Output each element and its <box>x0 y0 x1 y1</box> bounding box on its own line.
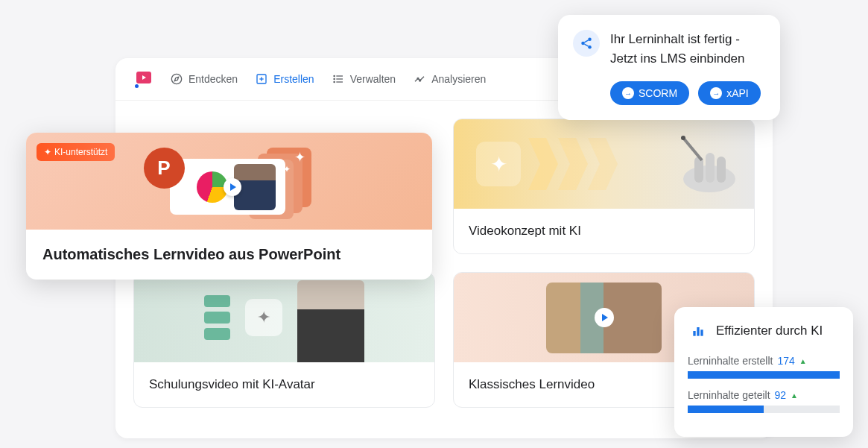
avatar-illustration <box>297 280 364 362</box>
xapi-button[interactable]: → xAPI <box>698 81 761 105</box>
featured-title: Automatisches Lernvideo aus PowerPoint <box>26 230 432 280</box>
nav-erstellen[interactable]: Erstellen <box>256 73 314 85</box>
trend-icon <box>414 73 425 85</box>
svg-point-0 <box>171 74 181 83</box>
card-title: Videokonzept mit KI <box>454 209 754 253</box>
stat-value: 92 <box>775 389 787 401</box>
sparkle-icon: ✦ <box>44 147 51 157</box>
arrow-right-icon: → <box>622 87 634 99</box>
svg-rect-14 <box>694 157 703 183</box>
svg-point-12 <box>419 80 421 81</box>
stat-label: Lerninhalte geteilt <box>688 389 770 401</box>
stat-label: Lerninhalte erstellt <box>688 355 773 367</box>
svg-line-23 <box>584 44 588 46</box>
card-image: ✦ <box>134 273 434 362</box>
stat-bar <box>688 406 840 413</box>
app-logo[interactable] <box>133 70 153 88</box>
robot-hand-illustration <box>642 127 747 201</box>
svg-rect-26 <box>700 329 703 335</box>
svg-point-18 <box>681 136 685 140</box>
ai-badge: ✦ KI-unterstützt <box>37 143 115 161</box>
nav-entdecken[interactable]: Entdecken <box>171 73 238 85</box>
powerpoint-icon: P <box>144 148 185 189</box>
share-icon <box>573 30 600 57</box>
svg-point-9 <box>334 78 335 79</box>
svg-marker-1 <box>174 77 178 81</box>
play-icon <box>224 178 241 196</box>
svg-point-11 <box>417 78 419 79</box>
sparkle-icon: ✦ <box>245 299 282 336</box>
svg-line-22 <box>584 40 588 42</box>
featured-card-powerpoint[interactable]: ✦ KI-unterstützt ✦ ✦ P Automatisches Ler… <box>26 133 432 280</box>
nav-label: Erstellen <box>273 73 314 85</box>
button-label: SCORM <box>639 87 677 99</box>
svg-rect-24 <box>693 331 695 336</box>
card-schulungsvideo[interactable]: ✦ Schulungsvideo mit KI-Avatar <box>133 272 435 408</box>
compass-icon <box>171 73 183 85</box>
scorm-button[interactable]: → SCORM <box>610 81 689 105</box>
list-icon <box>332 73 344 85</box>
nav-verwalten[interactable]: Verwalten <box>332 73 396 85</box>
card-image: ✦ <box>454 119 754 209</box>
video-thumbnail <box>546 283 662 353</box>
svg-line-17 <box>683 138 702 160</box>
stats-popup: Effizienter durch KI Lerninhalte erstell… <box>674 307 853 437</box>
sparkle-icon: ✦ <box>476 142 521 186</box>
stat-bar <box>688 371 840 379</box>
stat-row-erstellt: Lerninhalte erstellt 174 ▲ <box>688 355 840 379</box>
featured-image: ✦ KI-unterstützt ✦ ✦ P <box>26 133 432 230</box>
svg-rect-25 <box>697 327 699 336</box>
button-label: xAPI <box>726 87 749 99</box>
svg-rect-15 <box>706 153 715 183</box>
trend-up-icon: ▲ <box>791 391 798 400</box>
card-videokonzept[interactable]: ✦ <box>453 119 755 254</box>
nav-analysieren[interactable]: Analysieren <box>414 73 486 85</box>
bar-chart-icon <box>688 321 709 341</box>
svg-point-20 <box>581 42 585 45</box>
sparkle-icon: ✦ <box>294 149 305 165</box>
nav-label: Analysieren <box>431 73 486 85</box>
lms-export-popup: Ihr Lerninhalt ist fertig - Jetzt ins LM… <box>558 15 780 120</box>
svg-point-21 <box>588 45 592 49</box>
stats-title: Effizienter durch KI <box>716 324 823 338</box>
stat-row-geteilt: Lerninhalte geteilt 92 ▲ <box>688 389 840 413</box>
card-title: Schulungsvideo mit KI-Avatar <box>134 362 434 407</box>
svg-point-10 <box>334 81 335 82</box>
play-icon <box>595 308 614 327</box>
nav-label: Verwalten <box>350 73 396 85</box>
arrow-right-icon: → <box>710 87 722 99</box>
svg-point-8 <box>334 75 335 76</box>
trend-up-icon: ▲ <box>799 357 807 365</box>
nav-label: Entdecken <box>189 73 238 85</box>
svg-rect-16 <box>717 157 726 183</box>
stat-value: 174 <box>777 355 794 367</box>
lms-message: Ihr Lerninhalt ist fertig - Jetzt ins LM… <box>610 30 745 68</box>
badge-text: KI-unterstützt <box>54 147 107 157</box>
svg-point-19 <box>588 38 592 42</box>
plus-box-icon <box>256 73 267 85</box>
